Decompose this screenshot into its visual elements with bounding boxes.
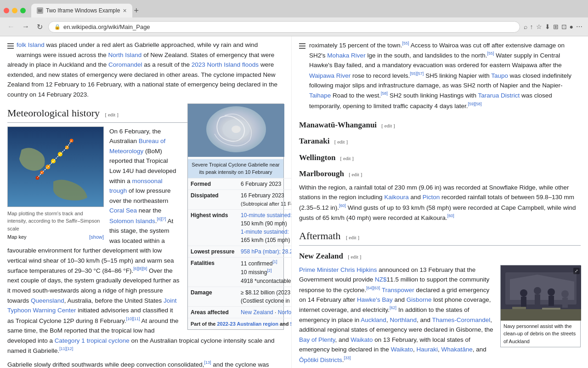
transpower-link[interactable]: Transpower — [382, 286, 414, 293]
dissipated-value: 16 February 2023(Subtropical after 11 Fe… — [238, 190, 292, 209]
cat1-link[interactable]: Category 1 tropical cyclone — [55, 337, 130, 344]
table-row: Dissipated 16 February 2023(Subtropical … — [188, 190, 292, 209]
left-column[interactable]: folk Island was placed under a red alert… — [0, 36, 292, 368]
forward-button[interactable]: → — [20, 22, 31, 32]
auckland-link[interactable]: Auckland — [361, 316, 386, 323]
bay-plenty-link[interactable]: Bay of Plenty — [299, 336, 335, 343]
svg-point-3 — [232, 126, 241, 133]
url-text: en.wikipedia.org/wiki/Main_Page — [63, 23, 514, 30]
tab-bar: W Two Iframe Windows Example × + — [0, 0, 588, 17]
monsoon-link[interactable]: monsoonal trough — [109, 178, 163, 195]
whakatane-link[interactable]: Whakatāne — [441, 346, 472, 353]
nzd-link[interactable]: NZ$ — [375, 276, 387, 283]
damage-value: ≥ $8.12 billion (2023 USD) (Costliest cy… — [238, 287, 292, 306]
show-link[interactable]: [show] — [89, 233, 104, 241]
cyclone-image — [188, 104, 284, 157]
aftermath-edit-link[interactable]: [ edit ] — [346, 235, 359, 240]
thames-link[interactable]: Thames-Coromandel — [432, 316, 490, 323]
svg-point-17 — [534, 287, 541, 294]
gisborne-link[interactable]: Gisborne — [407, 296, 432, 303]
1min-link[interactable]: 1-minute sustained: — [241, 229, 289, 235]
svg-point-8 — [58, 152, 62, 156]
pressure-link[interactable]: 958 hPa (mbar); 28.29 inHg — [241, 248, 292, 255]
extensions-icon[interactable]: ⊞ — [553, 23, 559, 30]
dissipated-label: Dissipated — [188, 190, 238, 209]
waikato-link[interactable]: Waikato — [351, 336, 373, 343]
toolbar-icons: ⌕ ↑ ☆ ⬇ ⊞ ⊡ ● ⋯ — [524, 23, 582, 30]
table-row: Damage ≥ $8.12 billion (2023 USD) (Costl… — [188, 287, 292, 306]
security-icon: 🔒 — [54, 24, 61, 30]
table-row: Fatalities 11 confirmed[1] 10 missing[2]… — [188, 257, 292, 287]
tararua-link[interactable]: Tararua District — [478, 92, 520, 99]
solomon-link[interactable]: Solomon Islands — [109, 217, 155, 224]
hamburger-right[interactable] — [299, 42, 305, 50]
page-content: folk Island was placed under a red alert… — [0, 36, 588, 368]
infobox-caption: Severe Tropical Cyclone Gabrielle near i… — [188, 159, 283, 178]
met-history-edit-link[interactable]: [ edit ] — [105, 112, 119, 117]
picton-link[interactable]: Picton — [423, 194, 440, 201]
taranaki-heading: Taranaki [ edit ] — [299, 135, 581, 147]
maximize-button[interactable] — [20, 8, 26, 13]
close-button[interactable] — [4, 8, 9, 13]
svg-rect-18 — [535, 294, 540, 305]
minimize-button[interactable] — [12, 8, 17, 13]
aus-region-link[interactable]: 2022-23 Australian region — [217, 321, 278, 327]
areas-label: Areas affected — [188, 306, 238, 318]
storm-track-figure: Map plotting the storm's track and inten… — [7, 126, 104, 242]
hauraki-link[interactable]: Hauraki — [416, 346, 438, 353]
hamburger-left[interactable] — [7, 42, 14, 50]
wellington-edit-link[interactable]: [ edit ] — [340, 155, 354, 161]
right-column[interactable]: roximately 15 percent of the town.[55] A… — [292, 36, 588, 368]
browser-tab[interactable]: W Two Iframe Windows Example × — [31, 4, 132, 17]
profile-icon[interactable]: ● — [570, 23, 573, 30]
sidebar-icon[interactable]: ⊡ — [561, 23, 567, 30]
nz-link[interactable]: New Zealand — [241, 309, 273, 316]
10min-link[interactable]: 10-minute sustained: — [241, 212, 292, 218]
waipawa-link[interactable]: Waipawa River — [309, 72, 351, 79]
norfolk-link[interactable]: Norfolk Island — [278, 309, 292, 316]
coral-sea-link[interactable]: Coral Sea — [109, 207, 137, 214]
taranaki-edit-link[interactable]: [ edit ] — [334, 139, 348, 144]
northland-link[interactable]: Northland — [390, 316, 417, 323]
north-island-link[interactable]: North Island — [108, 52, 142, 58]
queensland-link[interactable]: Queensland — [31, 297, 64, 304]
reload-button[interactable]: ↻ — [35, 22, 45, 32]
map-key-row: Map key [show] — [7, 232, 104, 242]
bom-link[interactable]: Bureau of Meteorology — [109, 138, 165, 155]
svg-point-6 — [70, 138, 74, 142]
search-icon[interactable]: ⌕ — [524, 23, 527, 30]
manawatu-edit-link[interactable]: [ edit ] — [381, 123, 395, 128]
marlborough-heading: Marlborough [ edit ] — [299, 168, 581, 180]
aftermath-heading: Aftermath [ edit ] — [299, 228, 581, 246]
hawkes-bay-link[interactable]: Hawke's Bay — [357, 296, 393, 303]
taihape-link[interactable]: Taihape — [309, 92, 331, 99]
address-bar: ← → ↻ 🔒 en.wikipedia.org/wiki/Main_Page … — [0, 17, 588, 36]
navy-photo-caption: Navy personnel assist with the clean-up … — [501, 321, 580, 347]
fatalities-label: Fatalities — [188, 257, 238, 287]
share-icon[interactable]: ↑ — [530, 23, 533, 30]
nz-edit-link[interactable]: [ edit ] — [348, 254, 361, 259]
taupo-link[interactable]: Taupo — [491, 72, 508, 79]
marlborough-edit-link[interactable]: [ edit ] — [349, 172, 362, 177]
damage-label: Damage — [188, 287, 238, 306]
new-tab-button[interactable]: + — [134, 6, 139, 16]
waikato2-link[interactable]: Waikato — [391, 346, 413, 353]
url-bar[interactable]: 🔒 en.wikipedia.org/wiki/Main_Page — [48, 21, 520, 33]
navy-photo-svg: ⤢ — [501, 265, 581, 321]
kaikoura-link[interactable]: Kaikoura — [384, 194, 408, 201]
download-icon[interactable]: ⬇ — [545, 23, 550, 30]
menu-icon[interactable]: ⋯ — [576, 23, 582, 30]
left-intro-paragraph: folk Island was placed under a red alert… — [7, 40, 284, 100]
coromandel-link[interactable]: Coromandel — [108, 61, 142, 68]
fatalities-value: 11 confirmed[1] 10 missing[2] 4918 *unco… — [238, 257, 292, 287]
opotiki-link[interactable]: Ōpōtiki Districts — [299, 356, 342, 363]
back-button[interactable]: ← — [6, 22, 17, 32]
folk-island-link[interactable]: folk Island — [17, 41, 45, 48]
mohaka-link[interactable]: Mohaka River — [327, 52, 365, 59]
hipkins-link[interactable]: Prime Minister Chris Hipkins — [299, 266, 377, 273]
tab-close-button[interactable]: × — [123, 7, 126, 14]
formed-value: 6 February 2023 — [238, 178, 292, 190]
2023-floods-link[interactable]: 2023 North Island floods — [192, 61, 259, 68]
bookmark-icon[interactable]: ☆ — [536, 23, 542, 30]
svg-rect-16 — [521, 297, 526, 307]
